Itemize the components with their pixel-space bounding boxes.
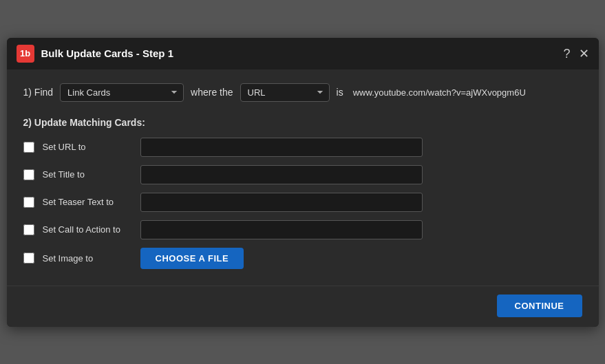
bulk-update-dialog: 1b Bulk Update Cards - Step 1 ? ✕ 1) Fin…	[7, 38, 599, 327]
set-url-checkbox[interactable]	[23, 142, 34, 153]
set-teaser-row: Set Teaser Text to	[23, 193, 582, 212]
find-prefix-label: 1) Find	[23, 87, 54, 98]
set-title-row: Set Title to	[23, 165, 582, 184]
set-cta-checkbox[interactable]	[23, 224, 34, 235]
set-title-input[interactable]	[140, 165, 423, 184]
help-button[interactable]: ?	[563, 47, 570, 60]
set-image-row: Set Image to CHOOSE A FILE	[23, 248, 582, 269]
set-url-input[interactable]	[140, 138, 423, 157]
choose-file-button[interactable]: CHOOSE A FILE	[140, 248, 244, 269]
continue-button[interactable]: CONTINUE	[497, 295, 582, 317]
set-image-checkbox[interactable]	[23, 253, 34, 264]
url-value: www.youtube.com/watch?v=ajWXvopgm6U	[353, 87, 526, 98]
update-form: Set URL to Set Title to Set Teaser Text …	[23, 138, 582, 269]
set-teaser-input[interactable]	[140, 193, 423, 212]
title-actions: ? ✕	[563, 47, 588, 60]
set-image-label: Set Image to	[43, 253, 132, 264]
where-the-label: where the	[191, 87, 233, 98]
set-url-label: Set URL to	[43, 142, 132, 152]
set-cta-row: Set Call to Action to	[23, 220, 582, 239]
dialog-title: Bulk Update Cards - Step 1	[41, 47, 557, 59]
find-row: 1) Find Link Cards Image Cards Text Card…	[23, 83, 582, 102]
set-title-label: Set Title to	[43, 169, 132, 180]
dialog-footer: CONTINUE	[7, 286, 599, 327]
update-section-title: 2) Update Matching Cards:	[23, 117, 582, 128]
set-cta-label: Set Call to Action to	[43, 224, 132, 235]
set-cta-input[interactable]	[140, 220, 423, 239]
is-label: is	[337, 87, 343, 98]
app-logo: 1b	[17, 45, 34, 63]
set-title-checkbox[interactable]	[23, 169, 34, 180]
set-teaser-checkbox[interactable]	[23, 197, 34, 208]
title-bar: 1b Bulk Update Cards - Step 1 ? ✕	[7, 38, 599, 69]
card-type-dropdown[interactable]: Link Cards Image Cards Text Cards	[60, 83, 184, 102]
dialog-content: 1) Find Link Cards Image Cards Text Card…	[7, 69, 599, 280]
set-teaser-label: Set Teaser Text to	[43, 197, 132, 207]
field-dropdown[interactable]: URL Title Teaser Text Call to Action	[240, 83, 330, 102]
set-url-row: Set URL to	[23, 138, 582, 157]
close-button[interactable]: ✕	[579, 47, 589, 60]
